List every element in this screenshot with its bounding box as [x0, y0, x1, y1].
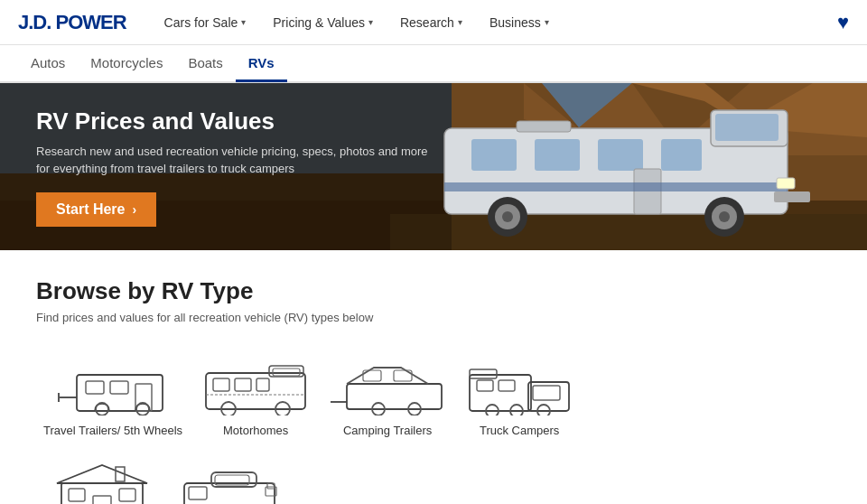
header: J.D. POWER Cars for Sale ▾ Pricing & Val…	[0, 0, 867, 45]
nav-business[interactable]: Business ▾	[479, 10, 560, 35]
svg-point-20	[502, 211, 513, 222]
header-right: ♥	[837, 11, 849, 34]
svg-point-57	[486, 405, 499, 415]
rv-label-camping-trailer: Camping Trailers	[343, 423, 432, 439]
nav-research[interactable]: Research ▾	[389, 10, 473, 35]
category-tabs: Autos Motorcycles Boats RVs	[0, 45, 867, 83]
rv-type-motorhome[interactable]: Motorhomes	[190, 350, 322, 446]
svg-rect-40	[256, 378, 269, 391]
park-model-icon	[43, 458, 161, 504]
tow-vehicle-icon	[175, 458, 293, 504]
browse-subtitle: Find prices and values for all recreatio…	[36, 311, 831, 324]
hero-subtitle: Research new and used recreation vehicle…	[36, 143, 434, 178]
svg-rect-12	[471, 139, 517, 171]
tab-boats[interactable]: Boats	[175, 46, 235, 82]
rv-type-tow-vehicle[interactable]: Tow Vehicles	[168, 451, 300, 504]
svg-rect-54	[477, 380, 493, 391]
motorhome-icon	[197, 357, 314, 415]
svg-point-33	[96, 403, 108, 415]
nav-cars-for-sale[interactable]: Cars for Sale ▾	[154, 10, 257, 35]
chevron-down-icon: ▾	[545, 17, 549, 27]
hero-content: RV Prices and Values Research new and us…	[0, 107, 470, 227]
browse-section: Browse by RV Type Find prices and values…	[0, 250, 867, 504]
rv-type-camping-trailer[interactable]: Camping Trailers	[322, 350, 453, 446]
svg-point-34	[136, 403, 149, 415]
favorites-heart-icon[interactable]: ♥	[837, 11, 849, 33]
hero-banner: RV Prices and Values Research new and us…	[0, 83, 867, 250]
rv-label-truck-camper: Truck Campers	[480, 423, 559, 439]
main-nav: Cars for Sale ▾ Pricing & Values ▾ Resea…	[154, 10, 837, 35]
rv-type-park-model[interactable]: Park Models	[36, 451, 168, 504]
svg-rect-55	[499, 380, 515, 391]
svg-rect-29	[77, 375, 163, 411]
svg-rect-63	[119, 489, 135, 501]
svg-point-56	[537, 405, 550, 415]
svg-rect-25	[777, 178, 795, 189]
svg-rect-24	[774, 191, 810, 202]
rv-type-truck-camper[interactable]: Truck Campers	[453, 350, 585, 446]
svg-rect-51	[533, 386, 560, 400]
rv-type-travel-trailer[interactable]: Travel Trailers/ 5th Wheels	[36, 350, 190, 446]
svg-rect-39	[235, 378, 251, 391]
tab-rvs[interactable]: RVs	[236, 46, 287, 82]
svg-point-23	[719, 211, 730, 222]
rv-type-grid-row1: Travel Trailers/ 5th Wheels	[36, 350, 777, 446]
hero-title: RV Prices and Values	[36, 107, 434, 135]
svg-marker-60	[57, 465, 147, 483]
svg-rect-30	[86, 381, 104, 394]
arrow-icon: ›	[132, 202, 136, 217]
svg-rect-14	[598, 139, 643, 171]
start-here-button[interactable]: Start Here ›	[36, 192, 156, 227]
svg-rect-62	[69, 489, 85, 501]
tab-autos[interactable]: Autos	[18, 46, 78, 82]
svg-rect-17	[444, 182, 788, 191]
svg-rect-37	[273, 369, 300, 376]
browse-title: Browse by RV Type	[36, 277, 831, 305]
tab-motorcycles[interactable]: Motorcycles	[78, 46, 175, 82]
rv-label-motorhome: Motorhomes	[223, 423, 288, 439]
svg-rect-11	[715, 114, 778, 141]
camping-trailer-icon	[329, 357, 446, 415]
nav-pricing-values[interactable]: Pricing & Values ▾	[262, 10, 384, 35]
logo[interactable]: J.D. POWER	[18, 11, 126, 34]
svg-point-58	[510, 405, 523, 415]
chevron-down-icon: ▾	[368, 17, 373, 27]
svg-rect-36	[269, 366, 303, 377]
chevron-down-icon: ▾	[241, 17, 246, 27]
truck-camper-icon	[461, 357, 578, 415]
svg-rect-31	[110, 381, 128, 394]
svg-rect-53	[470, 369, 497, 378]
chevron-down-icon: ▾	[458, 17, 462, 27]
svg-rect-69	[189, 487, 207, 499]
svg-rect-45	[347, 384, 442, 409]
svg-rect-13	[535, 139, 580, 171]
svg-rect-15	[661, 139, 702, 171]
svg-rect-61	[93, 496, 111, 504]
travel-trailer-icon	[54, 357, 172, 415]
svg-rect-26	[517, 121, 571, 132]
rv-label-travel-trailer: Travel Trailers/ 5th Wheels	[43, 423, 182, 439]
svg-rect-38	[213, 378, 229, 391]
rv-type-grid-row2: Park Models	[36, 451, 777, 504]
